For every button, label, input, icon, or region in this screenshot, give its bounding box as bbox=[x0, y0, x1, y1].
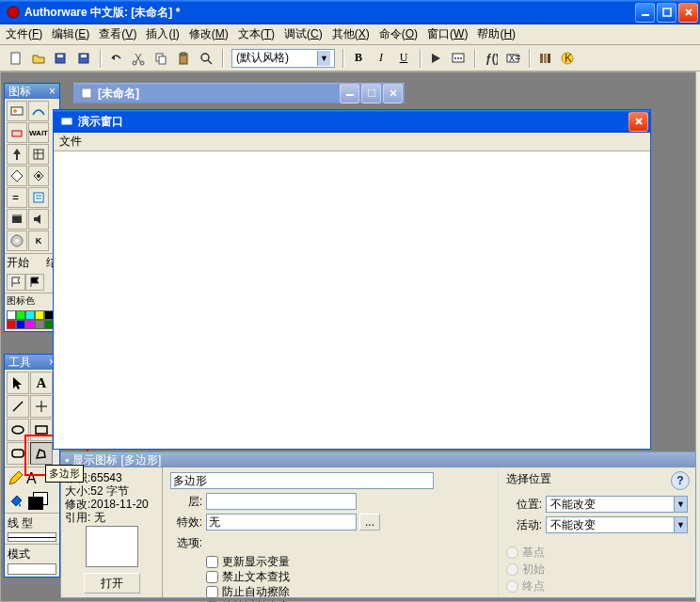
effect-browse-button[interactable]: ... bbox=[359, 514, 380, 531]
color-swatch[interactable] bbox=[35, 310, 44, 320]
rect-tool[interactable] bbox=[30, 419, 53, 441]
presentation-window[interactable]: 演示窗口 文件 bbox=[53, 109, 651, 450]
calc-icon[interactable]: = bbox=[7, 187, 27, 208]
presentation-close-button[interactable] bbox=[628, 112, 648, 132]
open-icon[interactable] bbox=[28, 48, 49, 69]
ko-icon[interactable]: K bbox=[28, 230, 49, 251]
position-select[interactable]: 不能改变▼ bbox=[546, 496, 688, 513]
maximize-button[interactable] bbox=[657, 3, 676, 23]
fill-swatch-row[interactable] bbox=[5, 490, 59, 513]
decision-icon[interactable] bbox=[7, 166, 27, 186]
pos-section-label: 选择位置 bbox=[506, 471, 688, 487]
props-header: 显示图标 [多边形] bbox=[72, 452, 161, 468]
layer-input[interactable] bbox=[206, 493, 357, 510]
text-tool[interactable]: A bbox=[30, 372, 53, 394]
map-icon[interactable] bbox=[28, 187, 49, 208]
cut-icon[interactable] bbox=[128, 48, 149, 69]
svg-rect-44 bbox=[61, 118, 72, 125]
menu-x[interactable]: 其他(X) bbox=[332, 26, 370, 42]
framework-icon[interactable] bbox=[28, 144, 49, 165]
open-button[interactable]: 打开 bbox=[84, 573, 140, 594]
erase-icon[interactable] bbox=[7, 122, 27, 143]
menu-f[interactable]: 文件(F) bbox=[6, 26, 42, 42]
motion-icon[interactable] bbox=[28, 101, 49, 121]
menubar: 文件(F)编辑(E)查看(V)插入(I)修改(M)文本(T)调试(C)其他(X)… bbox=[0, 24, 700, 45]
menu-o[interactable]: 命令(O) bbox=[379, 26, 418, 42]
save-all-icon[interactable] bbox=[51, 48, 72, 69]
polygon-tool[interactable] bbox=[30, 442, 53, 465]
wait-icon[interactable]: WAIT bbox=[28, 122, 49, 143]
minimize-button[interactable] bbox=[635, 3, 655, 23]
color-swatch[interactable] bbox=[25, 320, 35, 329]
color-swatch[interactable] bbox=[7, 320, 16, 329]
dvd-icon[interactable] bbox=[7, 230, 27, 251]
navigate-icon[interactable] bbox=[7, 144, 27, 165]
effect-input[interactable]: 无 bbox=[206, 514, 357, 531]
close-button[interactable] bbox=[678, 3, 698, 23]
functions-icon[interactable]: ƒ() bbox=[480, 48, 501, 69]
save-icon[interactable] bbox=[73, 48, 94, 69]
props-info: 标识:65543 大小:52 字节 修改:2018-11-20 引用: 无 打开 bbox=[61, 467, 163, 597]
oval-tool[interactable] bbox=[7, 419, 29, 441]
color-grid[interactable] bbox=[5, 309, 59, 331]
menu-v[interactable]: 查看(V) bbox=[99, 26, 136, 42]
menu-i[interactable]: 插入(I) bbox=[146, 26, 179, 42]
bold-button[interactable]: B bbox=[348, 48, 369, 69]
variables-icon[interactable]: x= bbox=[502, 48, 523, 69]
mode-row[interactable]: 模式 bbox=[5, 544, 59, 577]
palette-close-icon[interactable]: × bbox=[49, 85, 56, 98]
menu-e[interactable]: 编辑(E) bbox=[52, 26, 89, 42]
new-icon[interactable] bbox=[6, 48, 26, 69]
display-icon[interactable] bbox=[7, 101, 27, 121]
menu-c[interactable]: 调试(C) bbox=[284, 26, 323, 42]
active-label: 活动: bbox=[506, 517, 542, 533]
options-label: 选项: bbox=[170, 535, 202, 551]
stop-flag-icon[interactable] bbox=[25, 274, 44, 291]
play-icon[interactable] bbox=[425, 48, 446, 69]
icon-name-input[interactable] bbox=[170, 472, 434, 489]
icon-palette[interactable]: 图标× WAIT = K 开始 结 图标色 bbox=[4, 83, 60, 332]
sound-icon[interactable] bbox=[28, 209, 49, 230]
copy-icon[interactable] bbox=[151, 48, 171, 69]
italic-button[interactable]: I bbox=[371, 48, 391, 69]
opt-prevent-erase[interactable] bbox=[206, 586, 218, 598]
doc-minimize-button[interactable] bbox=[340, 84, 359, 103]
color-swatch[interactable] bbox=[35, 320, 44, 329]
presentation-file-menu[interactable]: 文件 bbox=[59, 134, 82, 150]
menu-w[interactable]: 窗口(W) bbox=[427, 26, 468, 42]
svg-point-37 bbox=[15, 239, 19, 243]
straightline-tool[interactable] bbox=[30, 395, 53, 418]
undo-icon[interactable] bbox=[105, 48, 126, 69]
movie-icon[interactable] bbox=[7, 209, 27, 230]
control-panel-icon[interactable] bbox=[448, 48, 469, 69]
active-select[interactable]: 不能改变▼ bbox=[546, 516, 688, 533]
round-rect-tool[interactable] bbox=[7, 442, 29, 465]
presentation-canvas[interactable] bbox=[54, 151, 650, 449]
underline-button[interactable]: U bbox=[393, 48, 414, 69]
menu-h[interactable]: 帮助(H) bbox=[477, 26, 516, 42]
color-swatch[interactable] bbox=[25, 310, 35, 320]
start-flag-icon[interactable] bbox=[7, 274, 25, 291]
line-tool[interactable] bbox=[7, 395, 29, 418]
opt-update-vars[interactable] bbox=[206, 556, 218, 568]
pointer-tool[interactable] bbox=[7, 372, 29, 394]
color-swatch[interactable] bbox=[7, 310, 16, 320]
knowledge-icon[interactable]: K bbox=[557, 48, 578, 69]
menu-t[interactable]: 文本(T) bbox=[238, 26, 275, 42]
color-swatch[interactable] bbox=[16, 320, 25, 329]
style-select[interactable]: (默认风格)▼ bbox=[231, 49, 335, 68]
menu-m[interactable]: 修改(M) bbox=[189, 26, 229, 42]
paste-icon[interactable] bbox=[173, 48, 194, 69]
opt-no-text-search[interactable] bbox=[206, 571, 218, 583]
library-icon[interactable] bbox=[534, 48, 555, 69]
find-icon[interactable] bbox=[196, 48, 216, 69]
help-button[interactable]: ? bbox=[671, 471, 690, 490]
svg-point-16 bbox=[454, 57, 456, 59]
doc-window[interactable]: [未命名] bbox=[73, 83, 405, 103]
color-swatch[interactable] bbox=[16, 310, 25, 320]
doc-close-button[interactable] bbox=[383, 84, 403, 103]
line-style-row[interactable]: 线 型 bbox=[5, 513, 59, 544]
svg-rect-42 bbox=[346, 94, 354, 96]
interaction-icon[interactable] bbox=[28, 166, 49, 186]
doc-maximize-button[interactable] bbox=[361, 84, 381, 103]
